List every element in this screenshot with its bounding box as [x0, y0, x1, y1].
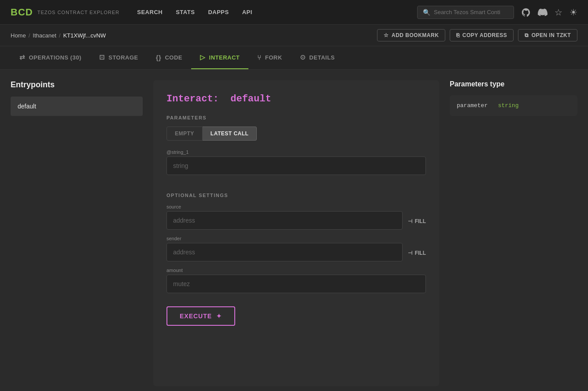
breadcrumb-home[interactable]: Home: [11, 32, 26, 39]
tab-details[interactable]: ⊙ DETAILS: [291, 46, 344, 69]
header-right: ☆ ☀: [417, 6, 577, 19]
right-panel: Parameters type parameter string: [450, 80, 577, 386]
type-value: string: [498, 102, 519, 109]
star-icon[interactable]: ☆: [555, 7, 562, 18]
nav-stats[interactable]: STATS: [176, 7, 195, 17]
sender-fill-button[interactable]: ⊣ FILL: [408, 245, 426, 261]
tabs-bar: ⇄ OPERATIONS (30) ⊡ STORAGE {} CODE ▷ IN…: [0, 46, 588, 70]
storage-icon: ⊡: [99, 53, 105, 61]
sender-label: sender: [166, 236, 403, 241]
search-icon: [423, 9, 430, 16]
empty-toggle-button[interactable]: EMPTY: [166, 127, 203, 141]
header: BCD TEZOS CONTRACT EXPLORER SEARCH STATS…: [0, 0, 588, 25]
param-string-input[interactable]: [166, 156, 426, 175]
nav-dapps[interactable]: DAPPS: [208, 7, 229, 17]
execute-icon: ✦: [216, 313, 222, 320]
external-link-icon: ⧉: [525, 32, 529, 38]
discord-icon[interactable]: [538, 7, 547, 17]
tab-storage[interactable]: ⊡ STORAGE: [90, 46, 147, 69]
copy-address-button[interactable]: ⎘ COPY ADDRESS: [450, 29, 514, 41]
copy-icon: ⎘: [456, 32, 460, 38]
main-nav: SEARCH STATS DAPPS API: [137, 7, 417, 17]
breadcrumb-address: KT1XWjf...cvNW: [63, 32, 106, 39]
tab-code[interactable]: {} CODE: [147, 47, 191, 69]
parameters-label: PARAMETERS: [166, 115, 426, 120]
breadcrumb-bar: Home / Ithacanet / KT1XWjf...cvNW ☆ ADD …: [0, 25, 588, 46]
optional-label: OPTIONAL SETTINGS: [166, 193, 426, 198]
entrypoints-title: Entrypoints: [11, 80, 143, 89]
source-row: source ⊣ FILL: [166, 204, 426, 230]
search-input[interactable]: [434, 9, 508, 15]
breadcrumb-sep-1: /: [29, 32, 30, 39]
open-tzkt-button[interactable]: ⧉ OPEN IN TZKT: [518, 29, 577, 41]
sidebar: Entrypoints default: [11, 80, 143, 386]
interact-title: Interact: default: [166, 93, 426, 104]
interact-prefix: Interact:: [166, 93, 219, 104]
amount-input[interactable]: [166, 275, 426, 293]
source-field-group: source: [166, 204, 403, 230]
sender-field-group: sender: [166, 236, 403, 261]
nav-search[interactable]: SEARCH: [137, 7, 163, 17]
type-keyword: parameter: [457, 102, 488, 109]
fork-icon: ⑂: [257, 54, 262, 61]
interact-icon: ▷: [200, 53, 206, 61]
source-input[interactable]: [166, 211, 403, 230]
execute-button[interactable]: EXECUTE ✦: [166, 306, 235, 326]
interact-entrypoint: default: [230, 93, 271, 104]
source-label: source: [166, 204, 403, 209]
fill-source-icon: ⊣: [408, 218, 412, 224]
params-type-box: parameter string: [450, 95, 577, 116]
param-string-field: @string_1: [166, 149, 426, 175]
details-icon: ⊙: [300, 53, 306, 61]
breadcrumb-actions: ☆ ADD BOOKMARK ⎘ COPY ADDRESS ⧉ OPEN IN …: [377, 29, 577, 41]
logo-bcd: BCD: [11, 7, 33, 18]
code-icon: {}: [156, 54, 162, 61]
latest-call-toggle-button[interactable]: LATEST CALL: [203, 127, 257, 141]
theme-icon[interactable]: ☀: [570, 7, 577, 18]
operations-icon: ⇄: [19, 53, 26, 61]
logo: BCD TEZOS CONTRACT EXPLORER: [11, 7, 119, 18]
param-string-label: @string_1: [166, 149, 426, 155]
optional-settings: OPTIONAL SETTINGS source ⊣ FILL sender ⊣: [166, 193, 426, 293]
source-fill-button[interactable]: ⊣ FILL: [408, 213, 426, 230]
main-content: Entrypoints default Interact: default PA…: [0, 70, 588, 391]
params-type-title: Parameters type: [450, 80, 577, 88]
sender-row: sender ⊣ FILL: [166, 236, 426, 261]
tab-operations[interactable]: ⇄ OPERATIONS (30): [11, 46, 90, 69]
interact-panel: Interact: default PARAMETERS EMPTY LATES…: [153, 80, 439, 386]
fill-sender-icon: ⊣: [408, 250, 412, 256]
github-icon[interactable]: [521, 7, 531, 17]
tab-fork[interactable]: ⑂ FORK: [248, 47, 291, 69]
amount-field-group: amount: [166, 268, 426, 293]
bookmark-icon: ☆: [384, 32, 389, 38]
execute-label: EXECUTE: [180, 313, 212, 320]
add-bookmark-button[interactable]: ☆ ADD BOOKMARK: [377, 29, 445, 41]
sender-input[interactable]: [166, 243, 403, 261]
breadcrumb-sep-2: /: [59, 32, 61, 39]
amount-label: amount: [166, 268, 426, 273]
tab-interact[interactable]: ▷ INTERACT: [191, 46, 248, 69]
nav-api[interactable]: API: [242, 7, 252, 17]
search-bar[interactable]: [417, 6, 514, 19]
breadcrumb: Home / Ithacanet / KT1XWjf...cvNW: [11, 32, 106, 39]
breadcrumb-network[interactable]: Ithacanet: [33, 32, 56, 39]
param-toggle: EMPTY LATEST CALL: [166, 127, 426, 141]
logo-tagline: TEZOS CONTRACT EXPLORER: [37, 10, 120, 15]
entrypoint-default[interactable]: default: [11, 97, 143, 116]
